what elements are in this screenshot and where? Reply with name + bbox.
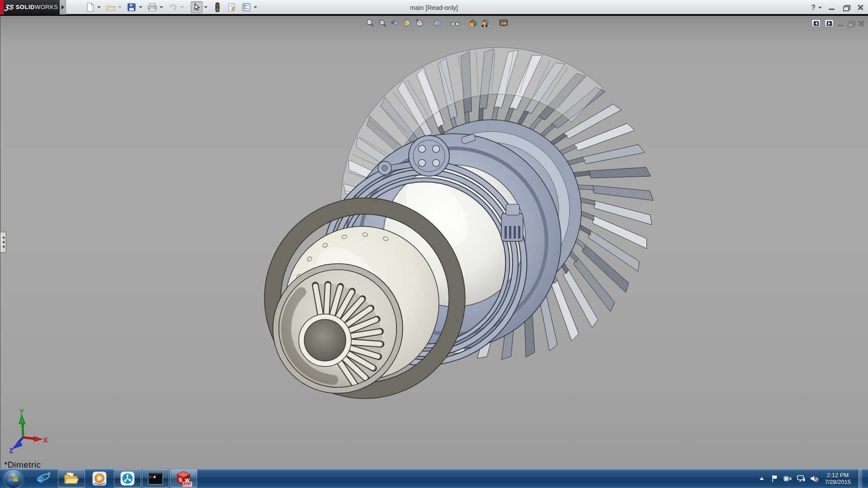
help-button[interactable]: ?	[811, 4, 816, 12]
apply-scene-button[interactable]	[480, 18, 491, 28]
command-prompt-icon: C:\	[147, 472, 164, 485]
rebuild-stoplight-icon	[214, 2, 221, 12]
title-bar: ƷS SOLIDWORKS	[0, 0, 868, 15]
window-controls: ?	[811, 0, 865, 15]
view-settings-icon	[499, 19, 509, 28]
restore-button[interactable]	[841, 3, 851, 12]
svg-text:S: S	[179, 477, 182, 483]
taskbar-solidworks[interactable]: S W 2015	[170, 469, 197, 488]
display-style-button[interactable]	[432, 18, 443, 28]
hide-show-items-icon	[450, 19, 460, 28]
previous-view-icon	[390, 19, 399, 28]
view-settings-button[interactable]	[498, 18, 509, 28]
feature-panel-collapse-tab[interactable]	[0, 232, 6, 253]
show-hidden-icons-button[interactable]	[757, 474, 766, 483]
edit-appearance-icon	[469, 19, 478, 28]
file-properties-icon	[227, 2, 237, 12]
options-button[interactable]	[241, 1, 252, 13]
view-orientation-label: *Dimetric	[4, 460, 41, 469]
document-restore-button[interactable]	[848, 21, 854, 26]
select-cursor-icon	[193, 3, 201, 11]
volume-muted-icon[interactable]	[810, 474, 819, 483]
menu-flyout-button[interactable]	[60, 0, 66, 14]
svg-text:e: e	[38, 471, 44, 485]
taskbar-internet-explorer[interactable]: e	[30, 469, 57, 488]
quick-access-toolbar	[84, 0, 261, 14]
svg-text:Y: Y	[19, 408, 24, 415]
document-window-controls	[811, 19, 864, 27]
collapse-arrow-icon	[2, 245, 5, 248]
jet-engine-model[interactable]: Y X Z	[0, 16, 868, 469]
document-minimize-button[interactable]	[838, 21, 844, 26]
solidworks-logo[interactable]: ƷS SOLIDWORKS	[4, 0, 60, 14]
svg-text:2015: 2015	[184, 482, 192, 486]
zoom-to-fit-icon	[366, 19, 375, 28]
zoom-to-area-button[interactable]	[377, 18, 388, 28]
dassault-3ds-glyph: ƷS	[5, 3, 15, 11]
taskbar-share-app[interactable]	[114, 469, 141, 488]
new-document-button[interactable]	[84, 1, 96, 13]
system-tray: 2:12 PM 7/28/2015	[757, 469, 863, 488]
print-dropdown[interactable]	[158, 1, 165, 13]
help-dropdown[interactable]	[818, 7, 822, 9]
apply-scene-icon	[481, 19, 491, 28]
svg-text:X: X	[43, 436, 48, 444]
undo-button[interactable]	[167, 1, 179, 13]
solidworks-2015-icon: S W 2015	[175, 470, 192, 487]
next-pane-button[interactable]	[825, 19, 834, 27]
action-center-flag-icon[interactable]	[770, 474, 779, 483]
svg-text:Z: Z	[9, 447, 13, 454]
solidworks-window: ƷS SOLIDWORKS	[0, 0, 868, 488]
graphics-viewport[interactable]: Y X Z	[0, 16, 868, 469]
open-document-button[interactable]	[105, 1, 117, 13]
collapse-arrow-icon	[2, 241, 5, 244]
file-properties-button[interactable]	[226, 1, 238, 13]
taskbar-clock[interactable]: 2:12 PM 7/28/2015	[825, 472, 851, 485]
power-plug-icon[interactable]	[783, 474, 793, 483]
previous-pane-button[interactable]	[811, 19, 821, 27]
start-button[interactable]	[4, 469, 23, 488]
print-button[interactable]	[146, 1, 158, 13]
view-orientation-button[interactable]	[414, 18, 425, 28]
zoom-to-fit-button[interactable]	[365, 18, 376, 28]
options-icon	[241, 2, 251, 12]
view-orientation-icon	[415, 19, 424, 28]
minimize-button[interactable]	[826, 3, 836, 12]
clock-date: 7/28/2015	[825, 479, 851, 485]
section-view-icon	[402, 19, 411, 28]
new-document-dropdown[interactable]	[96, 1, 102, 13]
print-icon	[147, 3, 157, 12]
close-button[interactable]	[855, 3, 865, 12]
section-view-button[interactable]	[401, 18, 412, 28]
edit-appearance-button[interactable]	[468, 18, 479, 28]
taskbar-windows-explorer[interactable]	[58, 469, 85, 488]
pane-left-arrow-icon	[815, 22, 817, 25]
undo-dropdown[interactable]	[179, 1, 185, 13]
select-tool-button[interactable]	[191, 1, 203, 13]
previous-view-button[interactable]	[389, 18, 400, 28]
new-document-icon	[85, 3, 94, 12]
media-player-icon	[92, 471, 107, 486]
show-desktop-button[interactable]	[858, 469, 863, 488]
network-display-icon[interactable]	[797, 474, 806, 483]
share-app-icon	[120, 471, 135, 486]
save-button[interactable]	[126, 1, 137, 13]
display-style-icon	[433, 19, 442, 28]
select-tool-dropdown[interactable]	[203, 1, 209, 13]
flyout-arrow-icon	[61, 5, 64, 9]
open-document-dropdown[interactable]	[117, 1, 123, 13]
taskbar-windows-media-player[interactable]	[86, 469, 113, 488]
save-dropdown[interactable]	[137, 1, 144, 13]
internet-explorer-icon: e	[36, 471, 51, 486]
options-dropdown[interactable]	[252, 1, 259, 13]
taskbar-command-prompt[interactable]: C:\	[142, 469, 169, 488]
document-close-button[interactable]	[858, 20, 864, 27]
rebuild-stoplight-button[interactable]	[212, 1, 223, 13]
undo-icon	[169, 3, 178, 12]
brand-name: SOLIDWORKS	[16, 4, 58, 10]
orientation-triad: Y X Z	[9, 408, 48, 454]
save-icon	[127, 3, 136, 12]
brand-red-stripe	[0, 0, 4, 14]
hide-show-items-button[interactable]	[450, 18, 461, 28]
heads-up-toolbar	[365, 18, 509, 28]
